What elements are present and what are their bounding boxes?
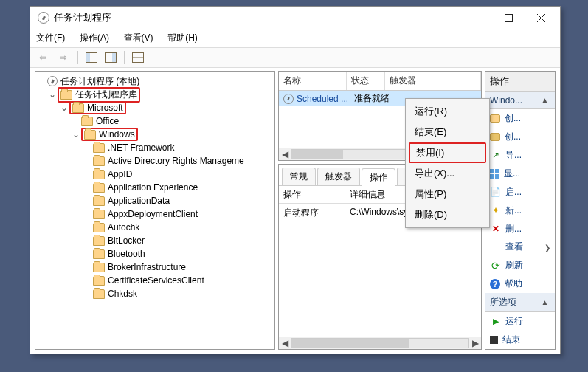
action-type: 启动程序 (283, 207, 350, 219)
menu-view[interactable]: 查看(V) (124, 32, 153, 43)
action-refresh[interactable]: 刷新 (485, 256, 555, 275)
ctx-properties[interactable]: 属性(P) (407, 184, 488, 204)
action-delete-folder[interactable]: 删... (485, 220, 555, 238)
tree-item-label: CertificateServicesClient (108, 275, 204, 286)
action-help[interactable]: 帮助 (485, 275, 555, 293)
folder-icon (93, 210, 105, 219)
nav-back-button[interactable]: ⇦ (35, 50, 51, 65)
horizontal-scrollbar[interactable]: ◀ ▶ (279, 337, 481, 349)
action-new-folder[interactable]: 新... (485, 202, 555, 220)
collapse-icon[interactable] (539, 94, 550, 106)
menu-file[interactable]: 文件(F) (36, 32, 65, 43)
col-name[interactable]: 名称 (279, 72, 347, 90)
action-show-running[interactable]: 显... (485, 165, 555, 183)
folder-icon (93, 196, 105, 206)
tree-office[interactable]: Office (96, 116, 119, 126)
tree-windows[interactable]: Windows (99, 129, 135, 140)
toolbar-show-panel-icon[interactable] (84, 50, 99, 65)
close-button[interactable] (525, 7, 557, 28)
folder-icon (93, 289, 105, 299)
tree-item-label: ApplicationData (108, 196, 170, 206)
tree-item-label: BrokerInfrastructure (108, 262, 186, 272)
folder-icon (60, 90, 72, 100)
tree-item-label: Application Experience (108, 182, 198, 193)
tree-item[interactable]: BrokerInfrastructure (37, 261, 273, 274)
tree-library[interactable]: 任务计划程序库 (75, 89, 137, 101)
twisty-icon[interactable]: ⌄ (59, 103, 69, 113)
folder-icon (72, 103, 84, 113)
tree-item[interactable]: AppxDeploymentClient (37, 207, 273, 221)
twisty-icon[interactable]: ⌄ (71, 129, 81, 140)
tree-item-label: Autochk (108, 222, 139, 232)
history-icon: 📄 (490, 187, 501, 198)
menu-help[interactable]: 帮助(H) (167, 32, 198, 43)
tree-item[interactable]: Application Experience (37, 181, 273, 194)
tree-item[interactable]: BitLocker (37, 234, 273, 247)
tree-item-label: BitLocker (108, 235, 145, 246)
folder-icon (93, 183, 105, 193)
grid-icon (490, 169, 499, 179)
help-icon (490, 279, 500, 289)
actions-section-selected: 所选项 (485, 293, 555, 312)
menu-action[interactable]: 操作(A) (80, 32, 109, 43)
tree-item[interactable]: ApplicationData (37, 194, 273, 207)
menubar: 文件(F) 操作(A) 查看(V) 帮助(H) (30, 29, 560, 47)
tree-item-label: AppxDeploymentClient (108, 209, 198, 219)
tree-item-label: Chkdsk (108, 289, 137, 299)
ctx-end[interactable]: 结束(E) (407, 122, 488, 142)
play-icon (490, 316, 501, 327)
folder-icon (490, 133, 500, 141)
svg-rect-1 (505, 14, 512, 21)
ctx-run[interactable]: 运行(R) (407, 101, 488, 122)
toolbar: ⇦ ⇨ (30, 47, 560, 68)
actions-header: 操作 (485, 72, 555, 92)
tree-item[interactable]: .NET Framework (37, 141, 273, 154)
tree-item[interactable]: Autochk (37, 221, 273, 234)
maximize-button[interactable] (492, 7, 525, 28)
col-triggers[interactable]: 触发器 (385, 72, 481, 90)
tree-item[interactable]: CertificateServicesClient (37, 274, 273, 287)
action-create-basic[interactable]: 创... (485, 109, 555, 128)
subcol-action[interactable]: 操作 (279, 186, 345, 203)
tree-pane[interactable]: 任务计划程序 (本地) ⌄ 任务计划程序库 ⌄ Microsoft (35, 71, 275, 350)
tab-general[interactable]: 常规 (282, 168, 316, 185)
tab-triggers[interactable]: 触发器 (317, 168, 360, 185)
tree-item-label: AppID (108, 169, 132, 179)
action-enable-history[interactable]: 📄启... (485, 183, 555, 202)
folder-icon (93, 170, 105, 179)
action-end[interactable]: 结束 (485, 331, 555, 349)
minimize-button[interactable] (460, 7, 492, 28)
nav-forward-button[interactable]: ⇨ (55, 50, 72, 65)
toolbar-help-icon[interactable] (131, 50, 145, 65)
tree-item[interactable]: Active Directory Rights Manageme (37, 154, 273, 168)
stop-icon (490, 336, 498, 344)
tab-actions[interactable]: 操作 (362, 168, 395, 186)
blank-icon (490, 241, 501, 252)
svg-rect-7 (112, 53, 116, 62)
action-run[interactable]: 运行 (485, 312, 555, 331)
tree-item[interactable]: AppID (37, 168, 273, 181)
ctx-delete[interactable]: 删除(D) (407, 204, 488, 225)
twisty-icon[interactable]: ⌄ (47, 89, 58, 100)
action-view[interactable]: 查看 (485, 238, 555, 256)
action-import[interactable]: 导... (485, 146, 555, 165)
tree-microsoft[interactable]: Microsoft (87, 103, 123, 113)
collapse-icon[interactable] (539, 297, 550, 308)
task-name: Scheduled ... (297, 94, 354, 104)
tree-root[interactable]: 任务计划程序 (本地) (60, 75, 139, 88)
delete-icon (490, 223, 501, 234)
folder-icon (93, 236, 105, 246)
folder-icon (93, 263, 105, 272)
col-status[interactable]: 状态 (347, 72, 385, 90)
folder-icon (93, 276, 105, 286)
folder-icon (93, 223, 105, 232)
ctx-export[interactable]: 导出(X)... (407, 163, 488, 184)
toolbar-properties-icon[interactable] (103, 50, 118, 65)
action-create[interactable]: 创... (485, 128, 555, 146)
svg-rect-5 (86, 53, 90, 62)
titlebar[interactable]: 任务计划程序 (30, 7, 560, 29)
ctx-disable[interactable]: 禁用(I) (409, 142, 486, 163)
actions-pane: 操作 Windo... 创... 创... 导... 显... 📄启... 新.… (485, 71, 556, 350)
tree-item[interactable]: Chkdsk (37, 287, 273, 300)
tree-item[interactable]: Bluetooth (37, 247, 273, 261)
